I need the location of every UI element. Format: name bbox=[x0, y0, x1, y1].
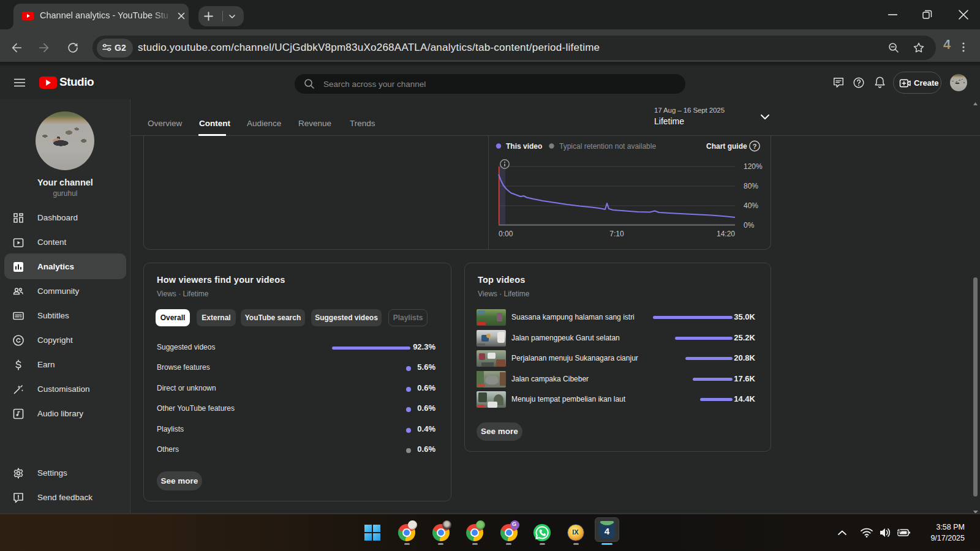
svg-text:?: ? bbox=[753, 143, 757, 150]
